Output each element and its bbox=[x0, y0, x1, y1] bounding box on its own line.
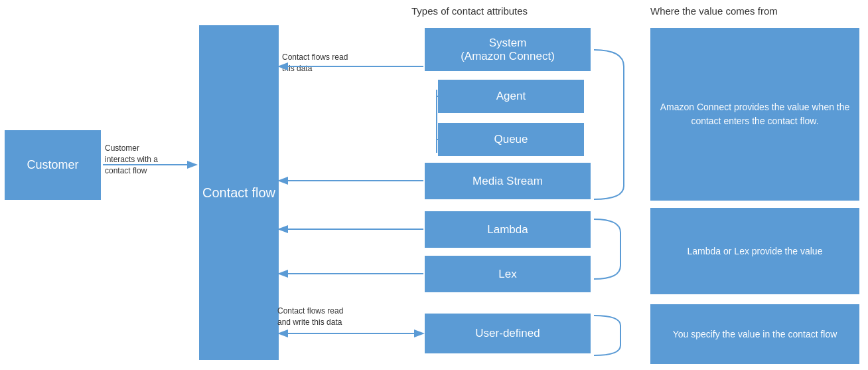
diagram: Types of contact attributes Where the va… bbox=[0, 0, 868, 370]
attr-box-agent: Agent bbox=[438, 80, 584, 113]
contact-flow-box: Contact flow bbox=[199, 25, 279, 360]
flow-label-read-top: Contact flows read this data bbox=[282, 52, 348, 74]
customer-interaction-label: Customer interacts with a contact flow bbox=[105, 143, 165, 176]
value-label-user-defined-value: You specify the value in the contact flo… bbox=[673, 327, 837, 341]
attr-label-user-defined: User-defined bbox=[475, 327, 540, 340]
contact-flow-label: Contact flow bbox=[202, 184, 275, 201]
attr-label-system: System (Amazon Connect) bbox=[461, 37, 555, 63]
attr-box-lambda: Lambda bbox=[425, 211, 591, 248]
attr-box-media-stream: Media Stream bbox=[425, 163, 591, 199]
attr-box-queue: Queue bbox=[438, 123, 584, 156]
flow-label-read-write: Contact flows read and write this data bbox=[277, 306, 343, 328]
header-where: Where the value comes from bbox=[650, 5, 778, 17]
attr-label-queue: Queue bbox=[494, 133, 528, 146]
value-box-amazon-connect-value: Amazon Connect provides the value when t… bbox=[650, 28, 859, 201]
attr-label-lex: Lex bbox=[498, 268, 516, 281]
attr-label-lambda: Lambda bbox=[487, 223, 528, 236]
attr-label-agent: Agent bbox=[496, 90, 526, 103]
attr-label-media-stream: Media Stream bbox=[472, 175, 543, 188]
attr-box-system: System (Amazon Connect) bbox=[425, 28, 591, 71]
customer-label-text: Customer bbox=[27, 158, 78, 172]
value-box-lambda-lex-value: Lambda or Lex provide the value bbox=[650, 208, 859, 294]
customer-box: Customer bbox=[5, 130, 101, 200]
attr-box-user-defined: User-defined bbox=[425, 314, 591, 353]
attr-box-lex: Lex bbox=[425, 256, 591, 292]
value-box-user-defined-value: You specify the value in the contact flo… bbox=[650, 304, 859, 364]
value-label-lambda-lex-value: Lambda or Lex provide the value bbox=[687, 244, 823, 258]
header-types: Types of contact attributes bbox=[411, 5, 528, 17]
value-label-amazon-connect-value: Amazon Connect provides the value when t… bbox=[657, 100, 853, 128]
